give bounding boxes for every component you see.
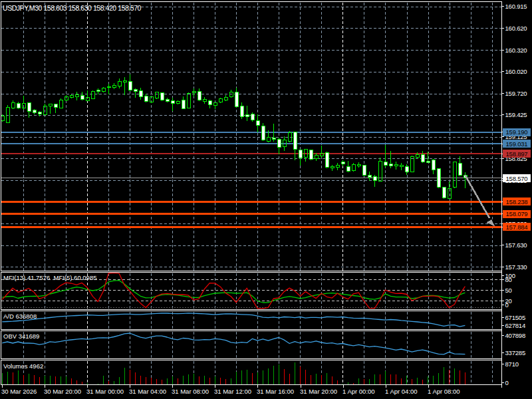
svg-text:158.897: 158.897 <box>506 150 528 158</box>
svg-text:627814: 627814 <box>505 322 526 329</box>
svg-text:157.630: 157.630 <box>505 241 527 249</box>
svg-text:337285: 337285 <box>505 349 526 356</box>
svg-text:8710: 8710 <box>505 360 519 368</box>
svg-text:50: 50 <box>505 287 512 294</box>
svg-text:158.079: 158.079 <box>506 210 528 217</box>
svg-text:157.884: 157.884 <box>506 223 528 231</box>
svg-text:31 Mar 20:00: 31 Mar 20:00 <box>300 388 337 395</box>
svg-text:158.570: 158.570 <box>506 175 528 182</box>
svg-text:159.190: 159.190 <box>506 128 528 136</box>
svg-text:159.720: 159.720 <box>505 90 527 97</box>
svg-text:31 Mar 04:00: 31 Mar 04:00 <box>129 388 166 395</box>
svg-text:1 Apr 00:00: 1 Apr 00:00 <box>342 388 375 395</box>
svg-text:Volumes 4962: Volumes 4962 <box>3 362 43 370</box>
svg-text:31 Mar 00:00: 31 Mar 00:00 <box>86 388 124 395</box>
svg-text:159.425: 159.425 <box>505 111 527 118</box>
svg-text:0: 0 <box>505 301 509 309</box>
svg-text:31 Mar 12:00: 31 Mar 12:00 <box>214 388 251 395</box>
svg-text:159.031: 159.031 <box>506 140 528 148</box>
svg-text:160.020: 160.020 <box>505 68 527 75</box>
svg-text:671505: 671505 <box>505 314 526 321</box>
svg-text:160.620: 160.620 <box>505 25 527 32</box>
svg-text:MFI(13) 41.7576 MFI(5) 60.098: MFI(13) 41.7576 MFI(5) 60.0985 <box>3 274 96 281</box>
svg-text:1 Apr 04:00: 1 Apr 04:00 <box>385 388 418 395</box>
svg-text:31 Mar 08:00: 31 Mar 08:00 <box>172 388 209 395</box>
svg-text:OBV 341689: OBV 341689 <box>3 332 39 340</box>
svg-text:160.320: 160.320 <box>505 47 527 54</box>
svg-text:30 Mar 2026: 30 Mar 2026 <box>1 388 37 395</box>
svg-text:1 Apr 08:00: 1 Apr 08:00 <box>428 388 460 395</box>
svg-text:157.330: 157.330 <box>505 263 527 271</box>
svg-text:A/D 636808: A/D 636808 <box>3 313 37 320</box>
svg-text:31 Mar 16:00: 31 Mar 16:00 <box>257 388 294 395</box>
svg-text:USDJPY,M30 158.603 158.630 158: USDJPY,M30 158.603 158.630 158.420 158.5… <box>3 4 142 12</box>
svg-text:158.238: 158.238 <box>506 198 528 205</box>
svg-text:30 Mar 20:00: 30 Mar 20:00 <box>44 388 81 395</box>
svg-text:80: 80 <box>505 276 512 283</box>
svg-text:0: 0 <box>505 379 509 386</box>
svg-text:407898: 407898 <box>505 332 526 339</box>
svg-text:160.915: 160.915 <box>505 3 527 10</box>
